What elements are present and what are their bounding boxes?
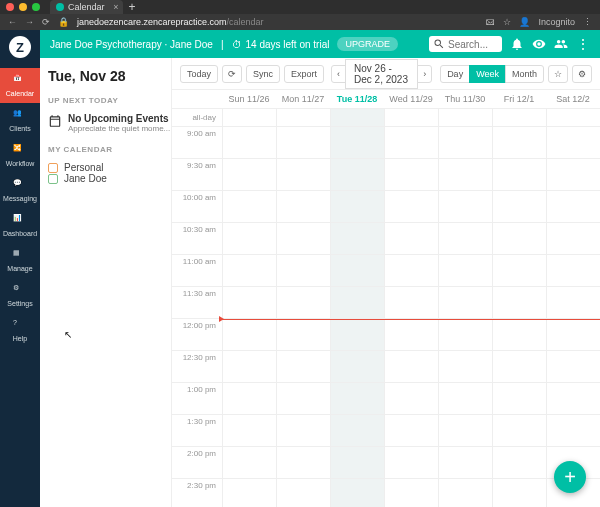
time-cell[interactable] bbox=[330, 159, 384, 190]
time-cell[interactable] bbox=[276, 223, 330, 254]
time-cell[interactable] bbox=[438, 287, 492, 318]
time-cell[interactable] bbox=[546, 319, 600, 350]
view-month-button[interactable]: Month bbox=[505, 65, 544, 83]
time-cell[interactable] bbox=[438, 319, 492, 350]
time-cell[interactable] bbox=[330, 255, 384, 286]
time-cell[interactable] bbox=[276, 479, 330, 507]
eye-icon[interactable] bbox=[532, 37, 546, 51]
time-cell[interactable] bbox=[492, 383, 546, 414]
time-cell[interactable] bbox=[492, 479, 546, 507]
time-cell[interactable] bbox=[276, 255, 330, 286]
time-cell[interactable] bbox=[546, 415, 600, 446]
time-cell[interactable] bbox=[222, 159, 276, 190]
time-cell[interactable] bbox=[492, 159, 546, 190]
nav-item-dashboard[interactable]: 📊Dashboard bbox=[0, 208, 40, 243]
time-cell[interactable] bbox=[222, 319, 276, 350]
time-cell[interactable] bbox=[276, 383, 330, 414]
star-filter-button[interactable]: ☆ bbox=[548, 65, 568, 83]
time-cell[interactable] bbox=[384, 479, 438, 507]
time-cell[interactable] bbox=[330, 383, 384, 414]
time-cell[interactable] bbox=[546, 287, 600, 318]
time-cell[interactable] bbox=[276, 127, 330, 158]
day-header[interactable]: Mon 11/27 bbox=[276, 90, 330, 108]
reload-icon[interactable]: ⟳ bbox=[42, 17, 50, 27]
time-cell[interactable] bbox=[330, 127, 384, 158]
new-tab-button[interactable]: + bbox=[129, 0, 136, 14]
time-cell[interactable] bbox=[438, 223, 492, 254]
time-cell[interactable] bbox=[438, 415, 492, 446]
time-cell[interactable] bbox=[492, 287, 546, 318]
prev-week-button[interactable]: ‹ bbox=[331, 65, 346, 83]
time-cell[interactable] bbox=[492, 255, 546, 286]
time-cell[interactable] bbox=[384, 319, 438, 350]
time-cell[interactable] bbox=[222, 127, 276, 158]
add-event-fab[interactable]: + bbox=[554, 461, 586, 493]
allday-cell[interactable] bbox=[384, 109, 438, 126]
time-cell[interactable] bbox=[330, 287, 384, 318]
browser-tab[interactable]: Calendar × bbox=[50, 0, 123, 14]
view-week-button[interactable]: Week bbox=[469, 65, 506, 83]
time-cell[interactable] bbox=[384, 351, 438, 382]
topbar-kebab-icon[interactable]: ⋮ bbox=[576, 36, 590, 52]
time-cell[interactable] bbox=[492, 127, 546, 158]
time-cell[interactable] bbox=[384, 223, 438, 254]
allday-cell[interactable] bbox=[546, 109, 600, 126]
time-cell[interactable] bbox=[546, 255, 600, 286]
nav-item-workflow[interactable]: 🔀Workflow bbox=[0, 138, 40, 173]
time-cell[interactable] bbox=[276, 159, 330, 190]
time-cell[interactable] bbox=[492, 191, 546, 222]
time-cell[interactable] bbox=[384, 255, 438, 286]
time-cell[interactable] bbox=[546, 383, 600, 414]
time-cell[interactable] bbox=[276, 191, 330, 222]
time-cell[interactable] bbox=[438, 383, 492, 414]
sync-button[interactable]: Sync bbox=[246, 65, 280, 83]
refresh-button[interactable]: ⟳ bbox=[222, 65, 242, 83]
nav-item-calendar[interactable]: 📅Calendar bbox=[0, 68, 40, 103]
next-week-button[interactable]: › bbox=[417, 65, 432, 83]
time-cell[interactable] bbox=[330, 479, 384, 507]
nav-item-help[interactable]: ?Help bbox=[0, 313, 40, 348]
time-cell[interactable] bbox=[492, 447, 546, 478]
calendar-item[interactable]: Personal bbox=[48, 162, 163, 173]
people-icon[interactable] bbox=[554, 37, 568, 51]
time-cell[interactable] bbox=[222, 479, 276, 507]
calendar-settings-button[interactable]: ⚙ bbox=[572, 65, 592, 83]
day-header[interactable]: Thu 11/30 bbox=[438, 90, 492, 108]
day-header[interactable]: Tue 11/28 bbox=[330, 90, 384, 108]
time-cell[interactable] bbox=[384, 415, 438, 446]
time-cell[interactable] bbox=[330, 223, 384, 254]
minimize-window-icon[interactable] bbox=[19, 3, 27, 11]
time-cell[interactable] bbox=[438, 191, 492, 222]
time-cell[interactable] bbox=[330, 351, 384, 382]
time-cell[interactable] bbox=[438, 159, 492, 190]
time-cell[interactable] bbox=[384, 191, 438, 222]
share-icon[interactable]: 🖂 bbox=[486, 17, 495, 27]
back-icon[interactable]: ← bbox=[8, 17, 17, 27]
time-cell[interactable] bbox=[222, 255, 276, 286]
view-day-button[interactable]: Day bbox=[440, 65, 470, 83]
time-cell[interactable] bbox=[384, 447, 438, 478]
url-text[interactable]: janedoezencare.zencarepractice.com/calen… bbox=[77, 17, 478, 27]
time-cell[interactable] bbox=[222, 351, 276, 382]
time-cell[interactable] bbox=[492, 415, 546, 446]
day-header[interactable]: Fri 12/1 bbox=[492, 90, 546, 108]
day-header[interactable]: Sat 12/2 bbox=[546, 90, 600, 108]
time-cell[interactable] bbox=[438, 255, 492, 286]
today-button[interactable]: Today bbox=[180, 65, 218, 83]
time-cell[interactable] bbox=[222, 383, 276, 414]
time-cell[interactable] bbox=[222, 287, 276, 318]
time-cell[interactable] bbox=[276, 447, 330, 478]
time-cell[interactable] bbox=[546, 191, 600, 222]
time-cell[interactable] bbox=[492, 223, 546, 254]
time-cell[interactable] bbox=[438, 127, 492, 158]
time-cell[interactable] bbox=[222, 415, 276, 446]
time-cell[interactable] bbox=[546, 351, 600, 382]
time-cell[interactable] bbox=[222, 447, 276, 478]
maximize-window-icon[interactable] bbox=[32, 3, 40, 11]
time-cell[interactable] bbox=[276, 351, 330, 382]
allday-cell[interactable] bbox=[492, 109, 546, 126]
time-cell[interactable] bbox=[438, 351, 492, 382]
search-box[interactable] bbox=[429, 36, 502, 52]
time-cell[interactable] bbox=[384, 127, 438, 158]
forward-icon[interactable]: → bbox=[25, 17, 34, 27]
